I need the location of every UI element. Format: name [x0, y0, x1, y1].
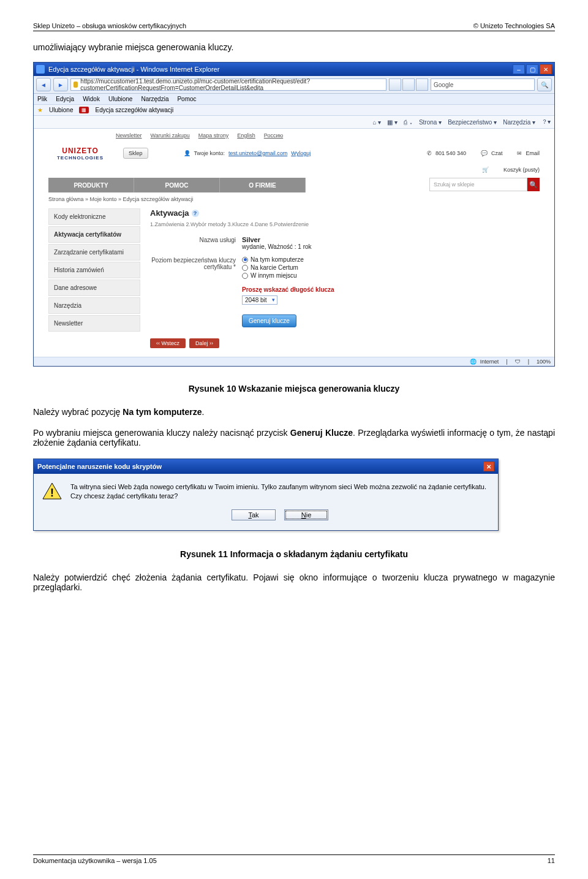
logo-brand: UNIZETO: [62, 146, 98, 155]
figure-caption-10: Rysunek 10 Wskazanie miejsca generowania…: [33, 384, 555, 394]
cart-label[interactable]: Koszyk (pusty): [503, 167, 540, 173]
browser-menubar: Plik Edycja Widok Ulubione Narzędzia Pom…: [34, 94, 554, 105]
site-search-input[interactable]: Szukaj w sklepie: [429, 178, 527, 191]
doc-header-right: © Unizeto Technologies SA: [473, 22, 555, 29]
dialog-line2: Czy chcesz żądać certyfikatu teraz?: [70, 492, 489, 501]
url-buttons: [389, 78, 428, 91]
email-link[interactable]: Email: [526, 150, 540, 156]
activation-panel: Aktywacja ? 1.Zamówienia 2.Wybór metody …: [150, 208, 540, 348]
breadcrumb: Strona główna » Moje konto » Edycja szcz…: [48, 196, 540, 202]
stop-button[interactable]: [416, 78, 428, 91]
wizard-steps: 1.Zamówienia 2.Wybór metody 3.Klucze 4.D…: [150, 221, 540, 227]
intro-paragraph: umożliwiający wybranie miejsca generowan…: [33, 42, 555, 52]
tab-icon: ▦: [79, 107, 89, 113]
zoom-label[interactable]: 100%: [537, 359, 551, 365]
side-item-manage[interactable]: Zarządzanie certyfikatami: [48, 244, 140, 261]
side-item-codes[interactable]: Kody elektroniczne: [48, 208, 140, 225]
window-close-button[interactable]: ✕: [540, 64, 552, 74]
panel-heading: Aktywacja ?: [150, 208, 540, 218]
side-item-tools[interactable]: Narzędzia: [48, 297, 140, 314]
radio-other-place[interactable]: W innym miejscu: [242, 272, 304, 279]
link-sitemap[interactable]: Mapa strony: [198, 132, 229, 139]
window-minimize-button[interactable]: –: [513, 64, 525, 74]
link-russian[interactable]: Россию: [264, 132, 283, 139]
top-utility-links: Newsletter Warunki zakupu Mapa strony En…: [116, 132, 540, 139]
radio-this-computer[interactable]: Na tym komputerze: [242, 256, 304, 263]
link-newsletter[interactable]: Newsletter: [116, 132, 142, 139]
active-tab-label[interactable]: Edycja szczegółów aktywacji: [95, 107, 173, 113]
window-titlebar: Edycja szczegółów aktywacji - Windows In…: [34, 63, 554, 76]
site-search-button[interactable]: 🔍: [527, 178, 540, 191]
link-english[interactable]: English: [237, 132, 255, 139]
nav-back-button[interactable]: ◄: [36, 78, 51, 91]
link-terms[interactable]: Warunki zakupu: [151, 132, 190, 139]
browser-search-button[interactable]: 🔍: [537, 78, 552, 91]
browser-statusbar: 🌐 Internet | 🛡 | 100%: [34, 357, 554, 366]
doc-header: Sklep Unizeto – obsługa wniosków certyfi…: [33, 22, 555, 31]
side-item-newsletter[interactable]: Newsletter: [48, 315, 140, 332]
browser-search-input[interactable]: Google: [431, 78, 535, 91]
home-icon[interactable]: ⌂ ▾: [373, 119, 382, 126]
next-button[interactable]: Dalej ››: [189, 338, 219, 348]
cart-icon[interactable]: 🛒: [482, 167, 489, 173]
ie-icon: [36, 65, 45, 74]
back-button[interactable]: ‹‹ Wstecz: [150, 338, 186, 348]
menu-edit[interactable]: Edycja: [56, 96, 74, 102]
radio-label: Na karcie Certum: [251, 264, 298, 271]
search-provider-label: Google: [434, 82, 453, 88]
menu-tools[interactable]: Narzędzia: [141, 96, 168, 102]
site-logo[interactable]: UNIZETO TECHNOLOGIES: [48, 142, 112, 164]
phone-icon: ✆: [427, 150, 432, 156]
nav-about[interactable]: O FIRMIE: [220, 178, 306, 192]
dialog-no-button[interactable]: Nie: [284, 509, 328, 520]
help-icon[interactable]: ?: [192, 210, 199, 217]
nav-forward-button[interactable]: ►: [53, 78, 68, 91]
window-title: Edycja szczegółów aktywacji - Windows In…: [48, 66, 219, 73]
menu-view[interactable]: Widok: [83, 96, 100, 102]
dialog-titlebar: Potencjalne naruszenie kodu skryptów ✕: [34, 459, 498, 474]
dialog-close-button[interactable]: ✕: [483, 462, 494, 471]
radio-icon: [242, 273, 248, 279]
bold-text: Na tym komputerze: [123, 407, 202, 417]
dialog-yes-button[interactable]: Tak: [232, 509, 276, 520]
bold-text: Generuj Klucze: [290, 428, 353, 438]
figure-caption-11: Rysunek 11 Informacja o składanym żądani…: [33, 549, 555, 559]
chat-link[interactable]: Czat: [491, 150, 503, 156]
star-icon[interactable]: ★: [37, 107, 43, 113]
feeds-icon[interactable]: ▦ ▾: [387, 119, 398, 126]
radio-icon: [242, 265, 248, 271]
nav-products[interactable]: PRODUKTY: [48, 178, 134, 192]
side-item-activation[interactable]: Aktywacja certyfikatów: [48, 226, 140, 243]
cmd-help-icon[interactable]: ？▾: [541, 118, 551, 126]
address-bar: ◄ ► https://muccustomer11.test.demo.uniz…: [34, 76, 554, 94]
side-item-orders[interactable]: Historia zamówień: [48, 262, 140, 278]
nav-help[interactable]: POMOC: [134, 178, 220, 192]
ssl-button[interactable]: [389, 78, 401, 91]
refresh-button[interactable]: [402, 78, 415, 91]
generate-keys-button[interactable]: Generuj klucze: [242, 314, 296, 327]
menu-help[interactable]: Pomoc: [177, 96, 196, 102]
cmd-page[interactable]: Strona ▾: [419, 119, 442, 126]
cmd-tools[interactable]: Narzędzia ▾: [503, 119, 535, 126]
text: Po wybraniu miejsca generowania kluczy n…: [33, 428, 290, 438]
key-length-prompt: Proszę wskazać długość klucza: [242, 286, 334, 293]
key-length-select[interactable]: 2048 bit: [242, 295, 277, 305]
url-input[interactable]: https://muccustomer11.test.demo.unizeto.…: [70, 78, 386, 91]
logout-link[interactable]: Wyloguj: [291, 150, 311, 156]
window-maximize-button[interactable]: ▢: [526, 64, 538, 74]
radio-certum-card[interactable]: Na karcie Certum: [242, 264, 304, 271]
svg-text:!: !: [50, 487, 54, 499]
shop-button[interactable]: Sklep: [123, 148, 148, 159]
favorites-label: Ulubione: [49, 107, 73, 113]
service-value: Silver: [242, 236, 312, 243]
menu-favorites[interactable]: Ulubione: [108, 96, 132, 102]
paragraph-confirm: Należy potwierdzić chęć złożenia żądania…: [33, 573, 555, 592]
menu-file[interactable]: Plik: [37, 96, 47, 102]
cmd-safety[interactable]: Bezpieczeństwo ▾: [448, 119, 497, 126]
doc-footer-left: Dokumentacja użytkownika – wersja 1.05: [33, 857, 157, 864]
account-email-link[interactable]: test.unizeto@gmail.com: [228, 150, 287, 156]
side-item-address[interactable]: Dane adresowe: [48, 280, 140, 296]
doc-footer: Dokumentacja użytkownika – wersja 1.05 1…: [33, 854, 555, 864]
print-icon[interactable]: ⎙ ▾: [404, 119, 413, 126]
chat-icon: 💬: [481, 150, 488, 156]
